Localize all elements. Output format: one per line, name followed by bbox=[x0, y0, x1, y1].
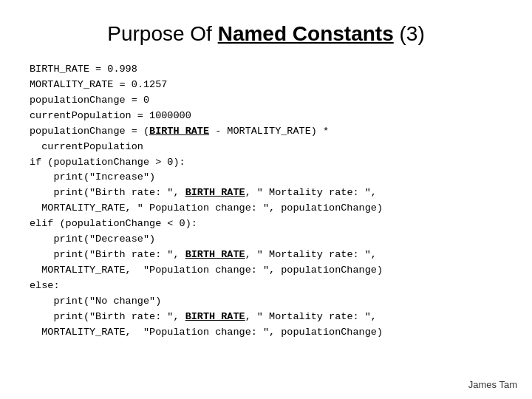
highlight-birth-rate-1: BIRTH_RATE bbox=[149, 126, 209, 137]
page-title: Purpose Of Named Constants (3) bbox=[30, 22, 502, 46]
title-suffix: (3) bbox=[394, 22, 425, 45]
page: Purpose Of Named Constants (3) BIRTH_RAT… bbox=[0, 0, 532, 399]
title-named: Named Constants bbox=[218, 22, 394, 45]
code-block: BIRTH_RATE = 0.998 MORTALITY_RATE = 0.12… bbox=[30, 62, 502, 341]
highlight-birth-rate-2: BIRTH_RATE bbox=[185, 187, 245, 198]
code-line-1: BIRTH_RATE = 0.998 MORTALITY_RATE = 0.12… bbox=[30, 64, 383, 338]
title-prefix: Purpose Of bbox=[107, 22, 217, 45]
highlight-birth-rate-3: BIRTH_RATE bbox=[185, 249, 245, 260]
highlight-birth-rate-4: BIRTH_RATE bbox=[185, 311, 245, 322]
author-label: James Tam bbox=[468, 379, 517, 390]
